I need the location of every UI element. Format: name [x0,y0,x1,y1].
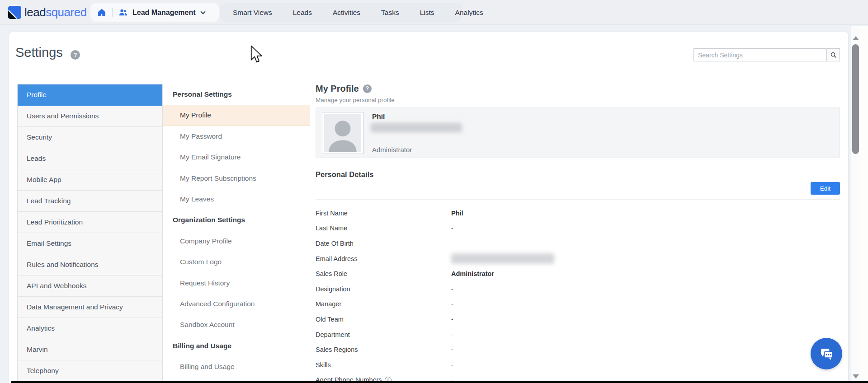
personal-details-title: Personal Details [316,170,373,179]
field-value: - [451,300,453,308]
profile-email-redacted [371,123,462,132]
leadsquared-settings-page: { "colors": { "accent_blue": "#2d6ce5", … [0,0,868,383]
field-label: Old Team [316,316,344,323]
leadsquared-logo-icon [8,6,21,19]
personal-details-fields: First NamePhilLast Name-Date Of BirthEma… [316,206,840,383]
nav-item-tasks[interactable]: Tasks [371,3,410,22]
search-settings-input[interactable] [693,48,826,61]
scrollbar-thumb[interactable] [852,44,859,154]
chevron-down-icon [200,9,205,14]
field-label: Date Of Birth [316,240,354,247]
settings-submenu: Personal SettingsMy ProfileMy PasswordMy… [163,84,310,383]
nav-item-activities[interactable]: Activities [322,3,371,22]
settings-sidebar: ProfileUsers and PermissionsSecurityLead… [17,84,163,382]
submenu-header-organization-settings: Organization Settings [163,210,310,230]
field-label: Sales Role [316,270,347,277]
nav-item-smart-views[interactable]: Smart Views [222,3,283,22]
field-label: Designation [316,285,350,293]
field-label: Manager [316,300,341,308]
leadsquared-logo-text: leadsquared [24,6,87,19]
submenu-item-my-password[interactable]: My Password [163,126,310,147]
submenu-item-advanced-configuration[interactable]: Advanced Configuration [163,294,310,314]
sidebar-item-profile[interactable]: Profile [18,84,162,106]
sidebar-item-lead-prioritization[interactable]: Lead Prioritization [18,212,162,233]
nav-item-analytics[interactable]: Analytics [445,3,494,22]
field-value: - [451,285,453,293]
bottom-strip [11,381,868,383]
field-value: - [451,331,453,338]
sidebar-item-data-management-and-privacy[interactable]: Data Management and Privacy [18,297,162,318]
nav-item-lists[interactable]: Lists [410,3,445,22]
field-row-date-of-birth: Date Of Birth [316,236,840,251]
edit-button[interactable]: Edit [811,182,840,195]
sidebar-item-api-and-webhooks[interactable]: API and Webhooks [18,276,162,297]
field-row-email-address: Email Address [316,251,840,266]
submenu-item-my-email-signature[interactable]: My Email Signature [163,147,310,168]
profile-name: Phil [372,112,385,121]
submenu-header-billing-and-usage: Billing and Usage [163,336,310,356]
submenu-item-my-profile[interactable]: My Profile [163,105,310,126]
profile-summary-card: Phil Administrator [316,107,840,158]
workspace-pill: Lead Management [90,3,219,22]
sidebar-item-security[interactable]: Security [18,127,162,148]
field-value: - [451,346,453,353]
submenu-item-my-report-subscriptions[interactable]: My Report Subscriptions [163,168,310,189]
sidebar-item-lead-tracking[interactable]: Lead Tracking [18,191,162,212]
profile-role: Administrator [372,146,412,154]
settings-help-icon[interactable]: ? [71,50,80,60]
submenu-item-my-leaves[interactable]: My Leaves [163,189,310,210]
field-row-last-name: Last Name- [316,221,840,236]
field-label: Email Address [316,255,358,262]
magnifier-icon [830,51,837,58]
sidebar-item-users-and-permissions[interactable]: Users and Permissions [18,106,162,127]
users-icon [118,7,128,18]
field-value: Phil [451,210,463,217]
submenu-item-sandbox-account[interactable]: Sandbox Account [163,314,310,335]
submenu-item-company-profile[interactable]: Company Profile [163,231,310,252]
top-nav-bar: leadsquared Lead Management Smart ViewsL… [0,0,868,25]
workspace-switcher[interactable]: Lead Management [118,7,205,18]
leadsquared-logo[interactable]: leadsquared [8,6,87,19]
sidebar-item-leads[interactable]: Leads [18,148,162,169]
sidebar-item-marvin[interactable]: Marvin [18,339,162,360]
field-value: Administrator [451,270,494,277]
primary-nav: Smart ViewsLeadsActivitiesTasksListsAnal… [220,3,462,22]
field-value-redacted [451,253,554,264]
submenu-item-billing-and-usage[interactable]: Billing and Usage [163,356,310,377]
sidebar-item-analytics[interactable]: Analytics [18,318,162,339]
field-row-department: Department- [316,327,840,342]
scroll-down-icon[interactable] [853,374,859,378]
page-title: Settings [15,45,63,60]
sidebar-item-mobile-app[interactable]: Mobile App [18,169,162,191]
field-row-manager: Manager- [316,297,840,312]
search-settings-button[interactable] [826,48,840,61]
field-value: - [451,316,453,323]
field-row-designation: Designation- [316,281,840,297]
vertical-scrollbar[interactable] [851,26,860,383]
field-row-first-name: First NamePhil [316,206,840,221]
field-row-sales-role: Sales RoleAdministrator [316,266,840,281]
settings-search [693,48,840,61]
chat-icon [817,345,835,363]
sidebar-item-rules-and-notifications[interactable]: Rules and Notifications [18,254,162,276]
nav-item-leads[interactable]: Leads [283,3,322,22]
field-value: - [451,224,453,232]
field-label: Skills [316,361,331,369]
field-row-sales-regions: Sales Regions- [316,342,840,357]
scroll-up-icon[interactable] [853,36,859,40]
field-row-skills: Skills- [316,357,840,373]
workspace-label: Lead Management [132,9,196,17]
section-subheading: Manage your personal profile [316,97,395,103]
sidebar-item-telephony[interactable]: Telephony [18,360,162,382]
field-row-old-team: Old Team- [316,312,840,327]
submenu-item-request-history[interactable]: Request History [163,273,310,294]
my-profile-help-icon[interactable]: ? [363,84,372,93]
submenu-header-personal-settings: Personal Settings [163,84,310,105]
divider [112,8,113,17]
right-gutter [860,26,868,383]
home-icon[interactable] [97,8,107,18]
profile-photo-placeholder[interactable] [322,112,363,154]
chat-support-button[interactable] [811,338,842,369]
submenu-item-custom-logo[interactable]: Custom Logo [163,252,310,272]
sidebar-item-email-settings[interactable]: Email Settings [18,233,162,254]
